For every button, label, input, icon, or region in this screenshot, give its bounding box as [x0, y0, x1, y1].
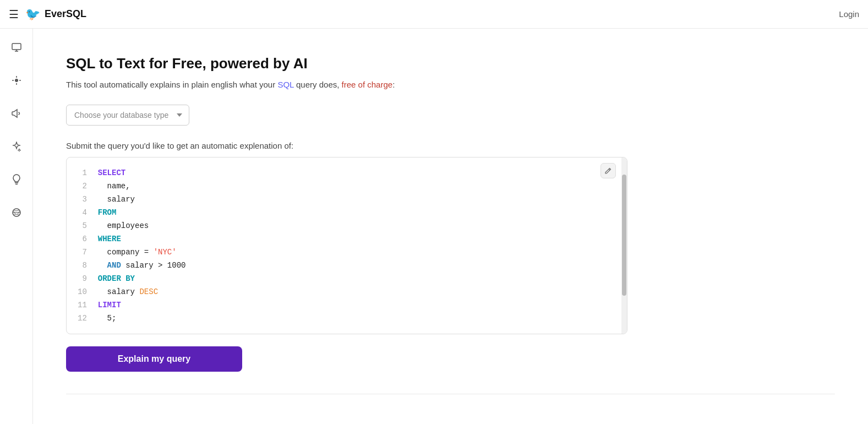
- monitor-icon: [11, 42, 22, 53]
- edit-icon-button[interactable]: [600, 163, 616, 178]
- spark-icon: [12, 75, 21, 85]
- bottom-divider: [66, 394, 835, 394]
- bulb-icon: [12, 174, 21, 185]
- subtitle: This tool automatically explains in plai…: [66, 80, 835, 89]
- keyword-from: FROM: [98, 208, 117, 217]
- logo-icon: 🐦: [25, 7, 40, 21]
- top-navigation: ☰ 🐦 EverSQL Login: [0, 0, 868, 29]
- announce-icon: [11, 108, 22, 119]
- code-line-8b: salary > 1000: [121, 261, 186, 270]
- keyword-where: WHERE: [98, 235, 121, 243]
- subtitle-free-highlight: free of charge: [342, 80, 393, 89]
- code-line-10a: salary: [98, 287, 140, 296]
- app-wrapper: SQL to Text for Free, powered by AI This…: [0, 0, 868, 424]
- editor-scrollbar[interactable]: [621, 157, 627, 334]
- magic-icon: [12, 142, 21, 151]
- explain-button[interactable]: Explain my query: [66, 346, 242, 372]
- logo: 🐦 EverSQL: [25, 7, 86, 21]
- svg-rect-0: [12, 44, 21, 50]
- code-line-7a: company =: [98, 248, 154, 257]
- submit-label: Submit the query you'd like to get an au…: [66, 141, 835, 150]
- login-link[interactable]: Login: [839, 9, 859, 19]
- sidebar-item-spark[interactable]: [7, 70, 26, 90]
- keyword-limit: LIMIT: [98, 301, 121, 309]
- subtitle-sql-highlight: SQL: [277, 80, 293, 89]
- svg-point-3: [15, 79, 18, 82]
- sidebar-item-monitor[interactable]: [7, 37, 26, 57]
- code-line-2: name,: [98, 182, 130, 191]
- keyword-desc: DESC: [139, 287, 158, 296]
- sidebar-item-magic[interactable]: [7, 137, 26, 156]
- sidebar-item-announce[interactable]: [7, 104, 26, 123]
- hamburger-menu-icon[interactable]: ☰: [9, 8, 19, 21]
- sidebar-item-bulb[interactable]: [7, 170, 26, 189]
- sidebar-item-ball[interactable]: [7, 203, 26, 222]
- db-select-wrapper: Choose your database type MySQL PostgreS…: [66, 105, 835, 126]
- topnav-left: ☰ 🐦 EverSQL: [9, 7, 86, 21]
- editor-scrollbar-thumb[interactable]: [622, 175, 626, 296]
- db-type-select[interactable]: Choose your database type MySQL PostgreS…: [66, 105, 189, 126]
- keyword-and: AND: [98, 261, 121, 270]
- code-line-3: salary: [98, 195, 135, 204]
- ball-icon: [11, 207, 22, 218]
- page-title: SQL to Text for Free, powered by AI: [66, 55, 835, 72]
- code-line-12: 5;: [98, 314, 117, 323]
- logo-text: EverSQL: [45, 8, 86, 20]
- code-line-5: employees: [98, 221, 149, 230]
- sidebar: [0, 29, 33, 424]
- keyword-orderby: ORDER BY: [98, 274, 135, 283]
- keyword-select: SELECT: [98, 168, 125, 177]
- pencil-icon: [604, 167, 612, 175]
- line-numbers: 1234 5678 9101112: [67, 166, 94, 325]
- code-line-7b: 'NYC': [154, 248, 177, 257]
- code-editor: 1234 5678 9101112 SELECT name, salary FR…: [66, 157, 627, 334]
- code-editor-inner[interactable]: 1234 5678 9101112 SELECT name, salary FR…: [67, 157, 627, 334]
- code-lines[interactable]: SELECT name, salary FROM employees WHERE…: [94, 166, 627, 325]
- main-content: SQL to Text for Free, powered by AI This…: [33, 29, 868, 424]
